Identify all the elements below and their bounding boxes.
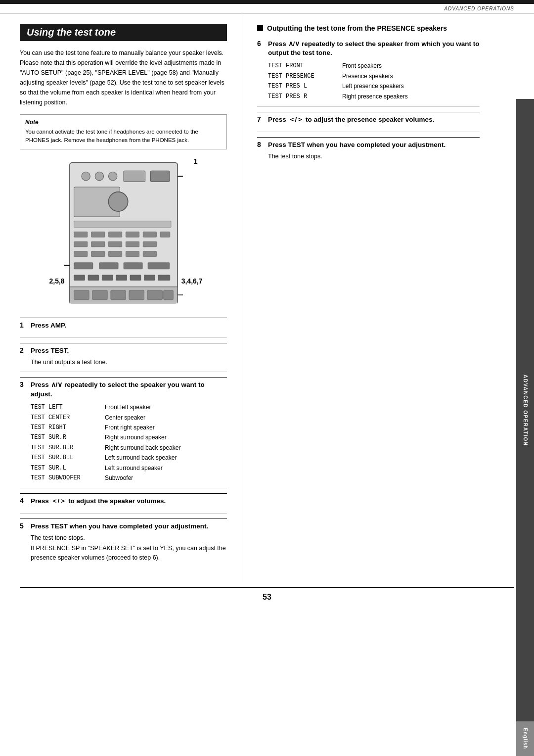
sidebar-english: English	[516, 721, 534, 756]
test-code: TEST SUR.L	[31, 463, 95, 473]
note-text: You cannot activate the test tone if hea…	[25, 128, 222, 145]
test-label: Subwoofer	[105, 473, 133, 483]
step-5-block: 5 Press TEST when you have completed you…	[20, 519, 227, 567]
step-3-number: 3	[20, 380, 28, 388]
svg-rect-17	[108, 241, 122, 247]
step-3-title: Press ∧/∨ repeatedly to select the speak…	[31, 380, 227, 399]
svg-rect-25	[74, 262, 92, 269]
step-1-title: Press AMP.	[31, 321, 66, 331]
step-4-number: 4	[20, 497, 28, 505]
step-4-block: 4 Press ＜/＞ to adjust the speaker volume…	[20, 493, 227, 514]
step-7-block: 7 Press ＜/＞ to adjust the presence speak…	[257, 112, 480, 132]
svg-point-7	[108, 191, 128, 211]
svg-rect-24	[143, 251, 156, 256]
svg-rect-26	[99, 262, 118, 269]
step-1-block: 1 Press AMP.	[20, 318, 227, 338]
diagram-label-1: 1	[194, 157, 198, 165]
step-7-title: Press ＜/＞ to adjust the presence speaker…	[268, 115, 434, 125]
svg-point-2	[95, 172, 103, 180]
left-column: Using the test tone You can use the test…	[0, 14, 242, 582]
svg-rect-9	[74, 232, 87, 237]
svg-rect-41	[147, 290, 162, 300]
svg-point-1	[81, 172, 89, 180]
test-label: Right surround back speaker	[105, 443, 180, 453]
svg-rect-13	[143, 232, 156, 237]
right-section-heading: Outputting the test tone from the PRESEN…	[267, 24, 447, 34]
test-code: TEST RIGHT	[31, 423, 95, 432]
svg-rect-15	[74, 241, 87, 247]
step-3-block: 3 Press ∧/∨ repeatedly to select the spe…	[20, 377, 227, 488]
main-content: Using the test tone You can use the test…	[0, 14, 534, 582]
test-label: Right presence speakers	[342, 92, 408, 101]
step-5-desc2: If PRESENCE SP in "SPEAKER SET" is set t…	[31, 544, 227, 563]
step-8-title: Press TEST when you have completed your …	[268, 141, 445, 150]
header-line: ADVANCED OPERATIONS	[0, 4, 534, 14]
step-6-block: 6 Press ∧/∨ repeatedly to select the spe…	[257, 40, 480, 107]
test-code: TEST SUBWOOFER	[31, 473, 95, 483]
note-title: Note	[25, 119, 222, 126]
sidebar-tabs: ADVANCED OPERATION English	[516, 99, 534, 756]
svg-rect-8	[74, 221, 171, 227]
test-code: TEST SUR.R	[31, 432, 95, 442]
svg-point-3	[108, 172, 117, 180]
svg-rect-29	[74, 275, 85, 280]
svg-rect-20	[74, 251, 87, 256]
test-label: Center speaker	[105, 413, 145, 423]
section-title: Using the test tone	[20, 24, 227, 41]
right-section-header: Outputting the test tone from the PRESEN…	[257, 24, 480, 34]
svg-rect-28	[148, 262, 170, 269]
svg-rect-31	[102, 275, 113, 280]
step-2-number: 2	[20, 346, 28, 354]
step-8-desc: The test tone stops.	[268, 152, 480, 161]
svg-rect-35	[158, 275, 170, 280]
test-label: Presence speakers	[342, 71, 393, 81]
header-label: ADVANCED OPERATIONS	[444, 6, 514, 11]
svg-rect-21	[91, 251, 104, 256]
test-code: TEST SUR.B.L	[31, 453, 95, 463]
intro-text: You can use the test tone feature to man…	[20, 48, 227, 107]
test-label: Left surround speaker	[105, 463, 163, 473]
svg-rect-5	[150, 171, 169, 182]
svg-rect-38	[92, 290, 107, 300]
test-label: Front speakers	[342, 61, 382, 71]
step-6-title: Press ∧/∨ repeatedly to select the speak…	[268, 40, 480, 58]
test-code: TEST LEFT	[31, 402, 95, 412]
sidebar-advanced-operation: ADVANCED OPERATION	[516, 99, 534, 721]
step-6-number: 6	[257, 40, 265, 47]
device-diagram: 1	[20, 157, 227, 310]
step-8-block: 8 Press TEST when you have completed you…	[257, 137, 480, 166]
svg-rect-4	[124, 171, 145, 182]
diagram-label-347: 3,4,6,7	[181, 277, 203, 285]
test-label: Front right speaker	[105, 423, 155, 432]
svg-rect-33	[130, 275, 141, 280]
svg-rect-12	[126, 232, 139, 237]
svg-rect-34	[144, 275, 155, 280]
svg-rect-10	[91, 232, 104, 237]
step-3-table: TEST LEFTFront left speaker TEST CENTERC…	[31, 402, 227, 483]
step-4-title: Press ＜/＞ to adjust the speaker volumes.	[31, 497, 166, 506]
step-2-block: 2 Press TEST. The unit outputs a test to…	[20, 343, 227, 373]
step-6-table: TEST FRONTFront speakers TEST PRESENCEPr…	[268, 61, 480, 101]
note-box: Note You cannot activate the test tone i…	[20, 114, 227, 149]
test-label: Left presence speakers	[342, 81, 404, 91]
svg-rect-40	[129, 290, 144, 300]
test-code: TEST SUR.B.R	[31, 443, 95, 453]
svg-rect-37	[74, 290, 89, 300]
svg-rect-42	[163, 290, 173, 300]
right-column: Outputting the test tone from the PRESEN…	[242, 14, 494, 582]
svg-rect-19	[143, 241, 156, 247]
test-label: Right surround speaker	[105, 432, 167, 442]
test-label: Front left speaker	[105, 402, 151, 412]
black-square-icon	[257, 25, 263, 31]
svg-rect-11	[108, 232, 122, 237]
page-number: 53	[20, 587, 514, 607]
svg-rect-22	[108, 251, 122, 256]
test-label: Left surround back speaker	[105, 453, 177, 463]
top-bar	[0, 0, 534, 4]
step-1-number: 1	[20, 321, 28, 329]
step-5-number: 5	[20, 522, 28, 530]
step-5-desc1: The test tone stops.	[31, 533, 227, 543]
test-code: TEST PRES L	[268, 81, 332, 91]
test-code: TEST FRONT	[268, 61, 332, 71]
diagram-label-258: 2,5,8	[49, 277, 65, 285]
